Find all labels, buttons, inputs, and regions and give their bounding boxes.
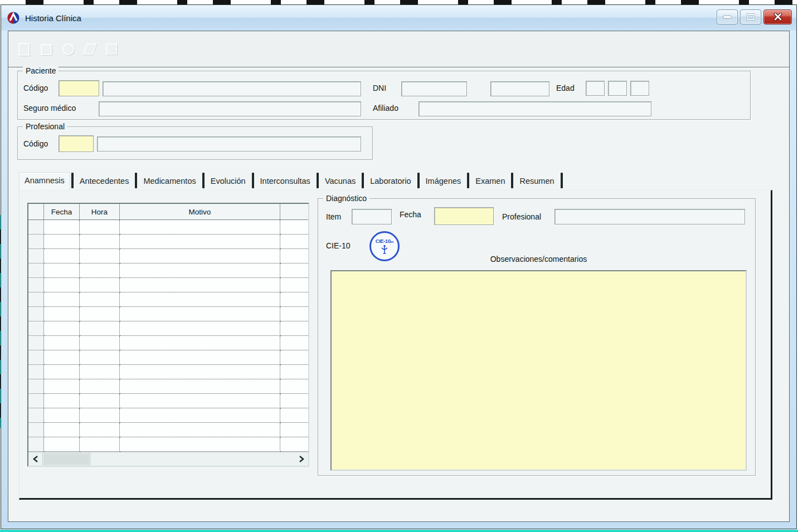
scroll-right-icon[interactable] [295,452,308,466]
profesional-group: Profesional Código [17,126,373,160]
codigo-profesional-input[interactable] [59,135,94,152]
table-row[interactable] [28,292,308,307]
row-selector[interactable] [28,249,44,263]
caduceus-icon [381,245,388,255]
title-bar: Historia Clínica [1,5,796,31]
tab-separator [362,173,364,188]
tab-interconsultas[interactable]: Interconsultas [255,173,315,190]
minimize-button[interactable] [717,9,738,25]
table-row[interactable] [28,235,308,249]
diagnostico-profesional-label: Profesional [502,212,541,221]
edad-label: Edad [556,84,575,92]
table-row[interactable] [28,408,308,423]
open-icon[interactable] [38,41,55,57]
row-selector[interactable] [28,336,44,350]
column-header-extra [280,204,308,219]
table-row[interactable] [28,263,308,278]
anamnesis-tab-panel: Fecha Hora Motivo [19,190,772,500]
row-selector[interactable] [28,235,44,249]
table-row[interactable] [28,220,308,235]
afiliado-input[interactable] [419,101,651,116]
diagnostico-profesional-input[interactable] [554,209,745,224]
row-selector[interactable] [28,423,44,437]
column-header-motivo: Motivo [120,204,280,219]
table-row[interactable] [28,379,308,394]
table-row[interactable] [28,394,308,408]
table-row[interactable] [28,437,308,452]
table-row[interactable] [28,249,308,263]
item-input[interactable] [352,209,392,224]
nombre-profesional-input[interactable] [97,136,361,152]
row-selector[interactable] [28,220,44,235]
nombre-paciente-input[interactable] [103,81,361,96]
row-selector[interactable] [28,292,44,307]
table-row[interactable] [28,336,308,350]
grid-body [28,220,308,452]
dni-secondary-input[interactable] [490,81,549,96]
tab-anamnesis[interactable]: Anamnesis [19,172,70,190]
new-icon[interactable] [16,41,33,57]
tab-separator [317,173,319,188]
fecha-label: Fecha [400,210,421,219]
table-row[interactable] [28,307,308,321]
tab-separator [252,173,254,188]
column-header-hora: Hora [80,204,120,219]
grid-corner-cell [28,204,44,219]
main-area: Paciente Código DNI Edad Seguro médico A… [8,67,789,521]
table-row[interactable] [28,278,308,292]
edad-input-1[interactable] [586,81,605,96]
row-selector[interactable] [28,321,44,336]
row-selector[interactable] [28,365,44,379]
dni-label: DNI [373,84,386,92]
tab-antecedentes[interactable]: Antecedentes [75,173,134,190]
refresh-icon[interactable] [60,41,76,57]
tab-medicamentos[interactable]: Medicamentos [138,173,201,190]
observaciones-textarea[interactable] [330,270,747,471]
row-selector[interactable] [28,394,44,408]
edad-input-3[interactable] [630,81,649,96]
row-selector[interactable] [28,437,44,452]
codigo-paciente-input[interactable] [59,80,99,96]
screen-edge-artifact-top [0,0,798,4]
table-row[interactable] [28,365,308,379]
maximize-icon [746,13,755,21]
tab-separator [511,173,513,188]
tab-imagenes[interactable]: Imágenes [421,173,466,190]
app-window: Historia Clínica [1,4,797,529]
diagnostico-group-label: Diagnóstico [323,194,369,203]
cut-icon[interactable] [81,41,98,57]
diagnostico-group: Diagnóstico Item Fecha Profesional CIE-1… [318,198,756,476]
row-selector[interactable] [28,350,44,365]
table-row[interactable] [28,423,308,437]
tab-separator [135,173,137,188]
close-button[interactable] [763,9,792,25]
row-selector[interactable] [28,278,44,292]
tab-resumen[interactable]: Resumen [514,173,559,190]
client-area: Paciente Código DNI Edad Seguro médico A… [8,31,790,522]
grid-header: Fecha Hora Motivo [28,204,308,220]
row-selector[interactable] [28,307,44,321]
row-selector[interactable] [28,379,44,394]
scroll-left-icon[interactable] [28,452,42,466]
row-selector[interactable] [28,408,44,423]
row-selector[interactable] [28,263,44,278]
tab-vacunas[interactable]: Vacunas [320,173,361,190]
edad-input-2[interactable] [608,81,627,96]
column-header-fecha: Fecha [44,204,80,219]
seguro-label: Seguro médico [23,104,76,113]
item-label: Item [326,212,341,221]
tab-examen[interactable]: Examen [470,173,510,190]
tab-laboratorio[interactable]: Laboratorio [365,173,416,190]
tab-separator [467,173,469,188]
save-icon[interactable] [103,41,120,57]
tab-separator [417,173,420,188]
table-row[interactable] [28,350,308,365]
maximize-button[interactable] [740,9,761,25]
scrollbar-thumb[interactable] [43,453,90,465]
dni-input[interactable] [401,81,467,96]
table-row[interactable] [28,321,308,336]
seguro-input[interactable] [99,101,361,116]
fecha-input[interactable] [434,207,494,225]
tab-evolucion[interactable]: Evolución [206,173,251,190]
cie10-label: CIE-10 [326,241,351,250]
